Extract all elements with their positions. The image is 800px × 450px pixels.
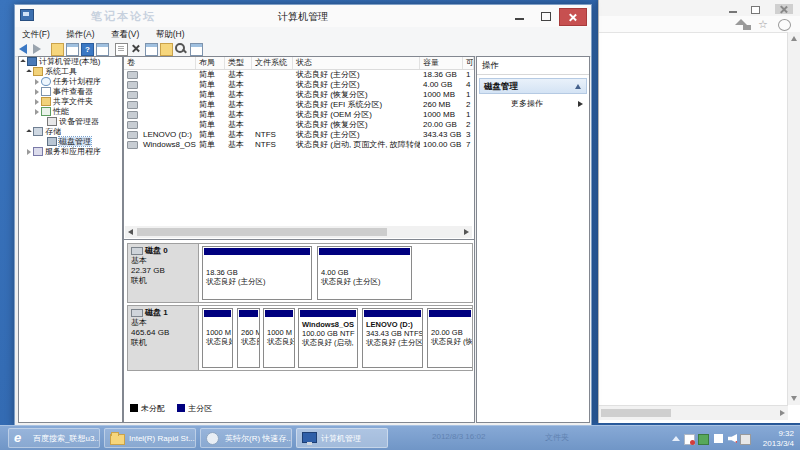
forward-icon[interactable] xyxy=(33,44,41,54)
disk-1-label[interactable]: 磁盘 1 基本 465.64 GB 联机 xyxy=(128,306,199,370)
collapsed-icon[interactable] xyxy=(35,99,39,105)
titlebar[interactable]: 笔记本论坛 计算机管理 xyxy=(15,5,591,28)
tree-item-shared-folders[interactable]: 共享文件夹 xyxy=(19,97,122,107)
tree-item-event-viewer[interactable]: 事件查看器 xyxy=(19,87,122,97)
partition-block[interactable]: LENOVO (D:) 343.43 GB NTFS 状态良好 (主分区) xyxy=(362,308,423,368)
volume-icon[interactable] xyxy=(728,434,737,443)
disk-1-row[interactable]: 磁盘 1 基本 465.64 GB 联机 1000 M 状态良好 260 M xyxy=(127,305,473,371)
menu-file[interactable]: 文件(F) xyxy=(15,27,57,41)
partition-block[interactable]: 1000 M 状态良好 xyxy=(263,308,295,368)
collapsed-icon[interactable] xyxy=(35,79,39,85)
tree-item-system-tools[interactable]: 系统工具 xyxy=(19,67,122,77)
header-filesystem[interactable]: 文件系统 xyxy=(252,57,293,69)
table-row[interactable]: 简单基本状态良好 (主分区)18.36 GB1 xyxy=(124,70,474,80)
touch-keyboard-icon[interactable] xyxy=(740,434,751,445)
partition-block[interactable]: 260 M 状态良 xyxy=(237,308,260,368)
tree-item-computer-management[interactable]: 计算机管理(本地) xyxy=(19,57,122,67)
tree-item-performance[interactable]: 性能 xyxy=(19,107,122,117)
partition-block[interactable]: 4.00 GB 状态良好 (主分区) xyxy=(317,246,412,300)
menu-help[interactable]: 帮助(H) xyxy=(149,27,192,41)
table-row[interactable]: 简单基本状态良好 (EFI 系统分区)260 MB2 xyxy=(124,100,474,110)
ie-vertical-scrollbar[interactable] xyxy=(787,32,800,405)
collapse-icon[interactable] xyxy=(575,84,581,89)
ie-restore-button[interactable] xyxy=(747,4,765,14)
close-button[interactable] xyxy=(559,8,587,26)
ie-titlebar[interactable] xyxy=(599,0,800,16)
home-icon[interactable] xyxy=(735,19,747,25)
show-hidden-icons-icon[interactable] xyxy=(672,436,680,441)
header-status[interactable]: 状态 xyxy=(293,57,420,69)
ie-window[interactable]: ☆ xyxy=(598,0,800,423)
partition-block[interactable]: 18.36 GB 状态良好 (主分区) xyxy=(202,246,312,300)
partition-block[interactable]: Windows8_OS 100.00 GB NTF 状态良好 (启动, xyxy=(298,308,358,368)
volume-table-header[interactable]: 卷 布局 类型 文件系统 状态 容量 可 xyxy=(124,57,474,70)
ie-horizontal-scrollbar[interactable] xyxy=(599,405,788,420)
utility-tray-icon[interactable] xyxy=(698,434,709,445)
tree-item-disk-management[interactable]: 磁盘管理 xyxy=(19,137,122,147)
collapsed-icon[interactable] xyxy=(35,89,39,95)
header-type[interactable]: 类型 xyxy=(225,57,252,69)
tray-clock[interactable]: 9:32 2013/3/4 xyxy=(763,429,794,449)
action-center-icon[interactable] xyxy=(684,434,695,445)
partition-block[interactable]: 20.00 GB 状态良好 (恢 xyxy=(427,308,472,368)
tree-item-storage[interactable]: 存储 xyxy=(19,127,122,137)
favorites-star-icon[interactable]: ☆ xyxy=(758,19,769,29)
partition-block[interactable]: 1000 M 状态良好 xyxy=(202,308,233,368)
show-hide-action-pane-icon[interactable] xyxy=(96,43,109,56)
scroll-down-icon[interactable] xyxy=(791,396,797,401)
taskbar-button-intel-rst[interactable]: 英特尔(R) 快速存... xyxy=(200,428,292,448)
collapsed-icon[interactable] xyxy=(35,109,39,115)
disk-0-label[interactable]: 磁盘 0 基本 22.37 GB 联机 xyxy=(128,244,199,302)
menu-action[interactable]: 操作(A) xyxy=(59,27,101,41)
header-layout[interactable]: 布局 xyxy=(196,57,225,69)
export-list-icon[interactable] xyxy=(115,43,128,56)
scrollbar-thumb[interactable] xyxy=(601,409,671,417)
taskbar[interactable]: 2012/8/3 16:02 文件夹 e 百度搜索_联想u3... Intel(… xyxy=(0,425,800,450)
taskbar-button-ie[interactable]: e 百度搜索_联想u3... xyxy=(8,428,100,448)
table-row[interactable]: Windows8_OS (C:)简单基本NTFS状态良好 (启动, 页面文件, … xyxy=(124,140,474,150)
scroll-up-icon[interactable] xyxy=(791,36,797,41)
help-icon[interactable]: ? xyxy=(81,43,94,56)
computer-management-window[interactable]: 笔记本论坛 计算机管理 文件(F) 操作(A) 查看(V) 帮助(H) ? xyxy=(14,4,592,426)
minimize-button[interactable] xyxy=(507,8,533,24)
back-icon[interactable] xyxy=(19,44,27,54)
settings-gear-icon[interactable] xyxy=(778,19,791,31)
expanded-icon[interactable] xyxy=(26,69,32,75)
tree-item-services-and-applications[interactable]: 服务和应用程序 xyxy=(19,147,122,157)
scroll-right-icon[interactable] xyxy=(464,229,469,235)
taskbar-button-computer-management[interactable]: 计算机管理 xyxy=(296,428,388,448)
table-row[interactable]: 简单基本状态良好 (恢复分区)1000 MB1 xyxy=(124,90,474,100)
collapsed-icon[interactable] xyxy=(27,149,31,155)
header-volume[interactable]: 卷 xyxy=(124,57,196,69)
expanded-icon[interactable] xyxy=(20,59,26,65)
more-actions-item[interactable]: 更多操作 xyxy=(477,98,589,110)
taskbar-button-intel-rapid-folder[interactable]: Intel(R) Rapid St... xyxy=(104,428,196,448)
delete-icon[interactable] xyxy=(130,43,141,54)
volume-list-horizontal-scrollbar[interactable] xyxy=(125,226,472,238)
maximize-button[interactable] xyxy=(533,8,559,24)
tree-item-task-scheduler[interactable]: 任务计划程序 xyxy=(19,77,122,87)
header-free-space[interactable]: 可 xyxy=(463,57,474,69)
expanded-icon[interactable] xyxy=(26,129,32,135)
table-row[interactable]: 简单基本状态良好 (主分区)4.00 GB4 xyxy=(124,80,474,90)
tree-item-device-manager[interactable]: 设备管理器 xyxy=(19,117,122,127)
open-folder-icon[interactable] xyxy=(160,43,173,56)
network-icon[interactable] xyxy=(714,434,723,443)
menu-view[interactable]: 查看(V) xyxy=(104,27,146,41)
table-row[interactable]: LENOVO (D:)简单基本NTFS状态良好 (主分区)343.43 GB3 xyxy=(124,130,474,140)
table-row[interactable]: 简单基本状态良好 (OEM 分区)1000 MB1 xyxy=(124,110,474,120)
find-icon[interactable] xyxy=(175,43,185,53)
scroll-right-icon[interactable] xyxy=(780,410,785,416)
show-hide-console-tree-icon[interactable] xyxy=(66,43,79,56)
scrollbar-thumb[interactable] xyxy=(137,228,387,236)
properties-icon[interactable] xyxy=(145,43,158,56)
ie-close-button[interactable] xyxy=(775,4,793,14)
snap-in-icon[interactable] xyxy=(190,43,203,56)
disk-0-row[interactable]: 磁盘 0 基本 22.37 GB 联机 18.36 GB 状态良好 (主分区) … xyxy=(127,243,473,303)
table-row[interactable]: 简单基本状态良好 (恢复分区)20.00 GB2 xyxy=(124,120,474,130)
header-capacity[interactable]: 容量 xyxy=(420,57,463,69)
ie-minimize-button[interactable] xyxy=(725,4,743,14)
disk-management-action-group[interactable]: 磁盘管理 xyxy=(479,78,587,94)
scroll-left-icon[interactable] xyxy=(128,229,133,235)
up-one-level-icon[interactable] xyxy=(51,43,64,56)
